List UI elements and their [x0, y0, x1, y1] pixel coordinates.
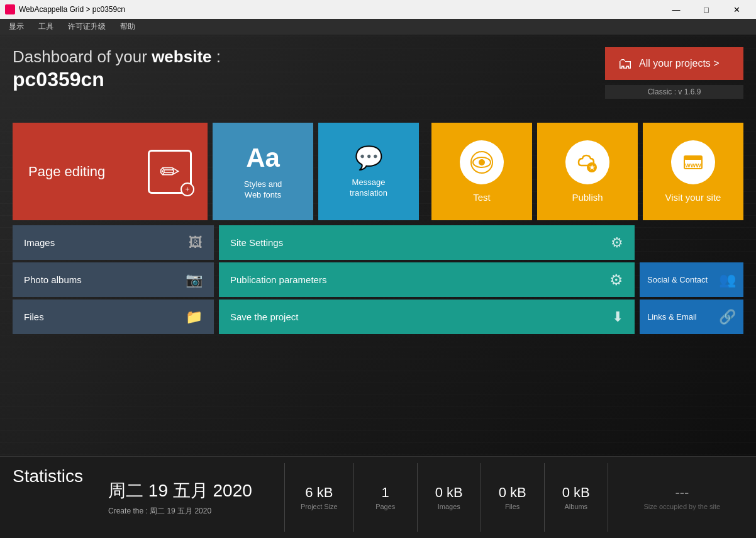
- links-email-icon: 🔗: [719, 309, 736, 325]
- files-size-value: 0 kB: [499, 485, 526, 501]
- menu-display[interactable]: 显示: [6, 20, 26, 33]
- svg-text:WWW: WWW: [685, 162, 701, 169]
- save-project-label: Save the project: [230, 311, 298, 322]
- site-size-value: ---: [675, 485, 689, 501]
- images-size-value: 0 kB: [435, 485, 463, 501]
- publication-params-icon: ⚙: [609, 271, 623, 289]
- stats-albums: 0 kB Albums: [545, 457, 608, 538]
- tile-page-editing[interactable]: Page editing ✏ +: [13, 123, 208, 220]
- files-size-label: Files: [505, 503, 520, 510]
- tile-site-settings[interactable]: Site Settings ⚙: [219, 225, 635, 260]
- main-content: Dashboard of your website : pc0359cn 🗂 A…: [0, 35, 756, 538]
- albums-label: Albums: [564, 503, 587, 510]
- publication-params-label: Publication parameters: [230, 274, 326, 285]
- save-project-icon: ⬇: [612, 309, 623, 325]
- photo-albums-label: Photo albums: [24, 274, 82, 285]
- close-button[interactable]: ✕: [722, 0, 751, 19]
- header: Dashboard of your website : pc0359cn: [13, 47, 221, 91]
- www-icon: WWW: [682, 151, 704, 174]
- styles-label: Styles and Web fonts: [244, 179, 282, 201]
- site-settings-label: Site Settings: [230, 237, 283, 248]
- stats-date-section: 周二 19 五月 2020 Create the : 周二 19 五月 2020: [96, 457, 284, 538]
- tile-visit-site[interactable]: WWW Visit your site: [643, 123, 743, 220]
- visit-site-label: Visit your site: [665, 192, 721, 203]
- files-icon: 📁: [186, 309, 203, 325]
- window-controls: — □ ✕: [662, 0, 751, 19]
- app-icon: [5, 4, 15, 14]
- message-icon: 💬: [355, 145, 383, 171]
- publish-icon: ★: [565, 140, 609, 184]
- page-editing-label: Page editing: [28, 164, 105, 180]
- files-label: Files: [24, 311, 44, 322]
- subtitle-start: Dashboard of your: [13, 47, 152, 66]
- tile-files[interactable]: Files 📁: [13, 300, 214, 334]
- edit-badge: +: [181, 182, 194, 196]
- pages-label: Pages: [375, 503, 395, 510]
- message-label: Message translation: [350, 177, 387, 199]
- project-name: pc0359cn: [13, 68, 221, 91]
- tile-publication-params[interactable]: Publication parameters ⚙: [219, 262, 635, 297]
- maximize-button[interactable]: □: [692, 0, 721, 19]
- eye-icon: [470, 151, 493, 174]
- tile-save-project[interactable]: Save the project ⬇: [219, 300, 635, 334]
- stats-create: Create the : 周二 19 五月 2020: [108, 506, 272, 517]
- site-settings-icon: ⚙: [611, 235, 623, 251]
- photo-albums-icon: 📷: [186, 272, 203, 288]
- tile-publish[interactable]: ★ Publish: [537, 123, 638, 220]
- all-projects-button[interactable]: 🗂 All your projects >: [605, 47, 743, 80]
- minimize-button[interactable]: —: [662, 0, 691, 19]
- tiles-side-col: Social & Contact 👥 Links & Email 🔗: [640, 225, 743, 334]
- subtitle-end: :: [212, 47, 221, 66]
- menu-bar: 显示 工具 许可证升级 帮助: [0, 19, 756, 35]
- svg-point-2: [479, 159, 485, 165]
- version-label: Classic : v 1.6.9: [605, 85, 743, 99]
- tiles-container: Page editing ✏ + Aa Styles and Web fonts…: [13, 123, 743, 337]
- stats-date: 周二 19 五月 2020: [108, 479, 272, 503]
- stats-images: 0 kB Images: [418, 457, 481, 538]
- statistics-section: Statistics 周二 19 五月 2020 Create the : 周二…: [0, 456, 756, 538]
- styles-icon: Aa: [246, 143, 280, 173]
- albums-value: 0 kB: [562, 485, 590, 501]
- stats-title-section: Statistics: [0, 457, 96, 538]
- menu-tools[interactable]: 工具: [36, 20, 56, 33]
- stats-pages: 1 Pages: [354, 457, 417, 538]
- tile-test[interactable]: Test: [431, 123, 532, 220]
- social-contact-label: Social & Contact: [647, 275, 708, 285]
- social-contact-icon: 👥: [719, 272, 736, 288]
- menu-help[interactable]: 帮助: [118, 20, 138, 33]
- tiles-left-col: Images 🖼 Photo albums 📷 Files 📁: [13, 225, 214, 334]
- images-label: Images: [24, 237, 55, 248]
- stats-site-size: --- Size occupied by the site: [608, 457, 756, 538]
- tile-styles[interactable]: Aa Styles and Web fonts: [213, 123, 313, 220]
- site-size-label: Size occupied by the site: [644, 503, 721, 510]
- stats-title: Statistics: [13, 466, 83, 486]
- all-projects-label: All your projects >: [639, 58, 720, 69]
- test-label: Test: [473, 192, 491, 203]
- pages-value: 1: [382, 485, 389, 501]
- tile-photo-albums[interactable]: Photo albums 📷: [13, 262, 214, 297]
- tile-images[interactable]: Images 🖼: [13, 225, 214, 260]
- spacer: [424, 123, 426, 220]
- tile-links-email[interactable]: Links & Email 🔗: [640, 300, 743, 334]
- svg-text:★: ★: [589, 163, 596, 172]
- title-bar: WebAcappella Grid > pc0359cn — □ ✕: [0, 0, 756, 19]
- visit-site-icon: WWW: [671, 140, 715, 184]
- tiles-row-2: Images 🖼 Photo albums 📷 Files 📁 Site Set…: [13, 225, 743, 334]
- tiles-right-col: Site Settings ⚙ Publication parameters ⚙…: [219, 225, 635, 334]
- images-icon: 🖼: [189, 235, 203, 251]
- stats-project-size: 6 kB Project Size: [285, 457, 353, 538]
- header-subtitle: Dashboard of your website :: [13, 47, 221, 67]
- links-email-label: Links & Email: [647, 312, 697, 322]
- menu-upgrade[interactable]: 许可证升级: [65, 20, 108, 33]
- window-title: WebAcappella Grid > pc0359cn: [19, 5, 125, 14]
- project-size-value: 6 kB: [305, 485, 333, 501]
- publish-label: Publish: [572, 192, 603, 203]
- projects-icon: 🗂: [618, 55, 633, 72]
- tile-social-contact[interactable]: Social & Contact 👥: [640, 262, 743, 297]
- tile-message[interactable]: 💬 Message translation: [318, 123, 419, 220]
- stats-files: 0 kB Files: [481, 457, 544, 538]
- test-icon: [460, 140, 504, 184]
- svg-rect-6: [684, 156, 702, 160]
- subtitle-bold: website: [152, 47, 211, 66]
- tiles-row-1: Page editing ✏ + Aa Styles and Web fonts…: [13, 123, 743, 220]
